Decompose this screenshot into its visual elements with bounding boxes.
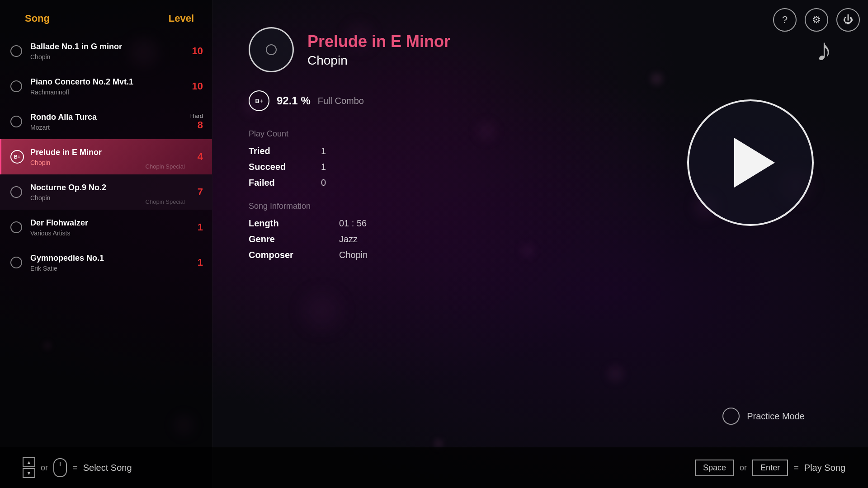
song-special-nocturne: Chopin Special (146, 198, 185, 205)
play-song-label: Play Song (804, 463, 845, 473)
arrow-up-icon: ▲ (23, 457, 35, 467)
mouse-icon (53, 458, 67, 477)
practice-label: Practice Mode (747, 411, 805, 422)
succeed-value: 1 (321, 162, 326, 172)
practice-mode[interactable]: Practice Mode (722, 408, 805, 425)
song-artist-ballade: Chopin (30, 53, 189, 61)
song-item-flohwalzer[interactable]: Der Flohwalzer Various Artists 1 (0, 210, 212, 245)
song-info-rondo: Rondo Alla Turca Mozart (30, 112, 189, 131)
col-song-header: Song (25, 13, 50, 24)
song-info-flohwalzer: Der Flohwalzer Various Artists (30, 218, 189, 236)
song-title-ballade: Ballade No.1 in G minor (30, 42, 189, 52)
col-level-header: Level (169, 13, 194, 24)
song-item-gymnopedies[interactable]: Gymnopedies No.1 Erik Satie 1 (0, 245, 212, 280)
composer-value: Chopin (339, 250, 368, 260)
radio-rondo (10, 116, 22, 127)
succeed-label: Succeed (249, 162, 321, 172)
info-composer: Composer Chopin (249, 250, 832, 260)
info-genre: Genre Jazz (249, 234, 832, 244)
radio-piano-concerto (10, 80, 22, 92)
song-title-prelude: Prelude in E Minor (30, 147, 189, 158)
song-info-piano-concerto: Piano Concerto No.2 Mvt.1 Rachmaninoff (30, 77, 189, 95)
song-special-prelude: Chopin Special (146, 163, 185, 170)
arrow-down-icon: ▼ (23, 468, 35, 478)
song-info-ballade: Ballade No.1 in G minor Chopin (30, 42, 189, 60)
song-header: Prelude in E Minor Chopin ♪ (249, 27, 832, 72)
play-button[interactable] (687, 99, 814, 226)
selected-song-artist: Chopin (307, 53, 450, 68)
song-title-piano-concerto: Piano Concerto No.2 Mvt.1 (30, 77, 189, 87)
song-title-flohwalzer: Der Flohwalzer (30, 218, 189, 228)
song-item-ballade[interactable]: Ballade No.1 in G minor Chopin 10 (0, 33, 212, 69)
selected-song-title-block: Prelude in E Minor Chopin (307, 32, 450, 67)
song-level-rondo: Hard 8 (189, 113, 203, 131)
genre-label: Genre (249, 234, 339, 244)
song-level-flohwalzer: 1 (189, 221, 203, 233)
song-title-rondo: Rondo Alla Turca (30, 112, 189, 122)
music-note-icon: ♪ (816, 34, 832, 66)
select-song-label: Select Song (83, 463, 132, 473)
song-artist-gymnopedies: Erik Satie (30, 265, 189, 272)
song-artist-flohwalzer: Various Artists (30, 230, 189, 237)
or-text-2: or (740, 463, 747, 473)
failed-value: 0 (321, 178, 326, 188)
song-info-gymnopedies: Gymnopedies No.1 Erik Satie (30, 253, 189, 272)
tried-value: 1 (321, 146, 326, 156)
genre-value: Jazz (339, 234, 358, 244)
song-item-rondo[interactable]: Rondo Alla Turca Mozart Hard 8 (0, 104, 212, 139)
or-text-1: or (41, 463, 48, 473)
song-title-gymnopedies: Gymnopedies No.1 (30, 253, 189, 263)
arrow-keys-icon: ▲ ▼ (23, 457, 35, 478)
song-item-prelude[interactable]: B+ Prelude in E Minor Chopin Chopin Spec… (0, 139, 212, 174)
song-level-num-rondo: 8 (198, 119, 203, 131)
score-badge: B+ (249, 90, 269, 111)
equals-sign-2: = (793, 463, 799, 473)
song-title-nocturne: Nocturne Op.9 No.2 (30, 183, 189, 193)
failed-label: Failed (249, 178, 321, 188)
song-item-nocturne[interactable]: Nocturne Op.9 No.2 Chopin Chopin Special… (0, 174, 212, 210)
song-level-label-rondo: Hard (190, 113, 203, 119)
practice-circle-icon (722, 408, 740, 425)
composer-label: Composer (249, 250, 339, 260)
bottom-right: Space or Enter = Play Song (695, 460, 845, 476)
song-artist-rondo: Mozart (30, 124, 189, 131)
song-level-gymnopedies: 1 (189, 257, 203, 268)
radio-gymnopedies (10, 257, 22, 268)
song-list-header: Song Level (0, 0, 212, 33)
length-value: 01 : 56 (339, 218, 367, 229)
bottom-bar: ▲ ▼ or = Select Song Space or Enter = Pl… (0, 447, 868, 488)
song-level-prelude: 4 (189, 151, 203, 163)
song-level-nocturne: 7 (189, 186, 203, 198)
radio-flohwalzer (10, 221, 22, 233)
score-percent: 92.1 % (277, 94, 311, 107)
song-level-ballade: 10 (189, 45, 203, 57)
song-item-piano-concerto[interactable]: Piano Concerto No.2 Mvt.1 Rachmaninoff 1… (0, 69, 212, 104)
score-combo: Full Combo (318, 96, 364, 106)
radio-ballade (10, 45, 22, 57)
album-art (249, 27, 294, 72)
enter-key[interactable]: Enter (752, 460, 788, 476)
selected-song-title: Prelude in E Minor (307, 32, 450, 51)
play-triangle-icon (734, 138, 775, 188)
play-button-container (687, 99, 814, 226)
tried-label: Tried (249, 146, 321, 156)
radio-nocturne (10, 186, 22, 198)
space-key[interactable]: Space (695, 460, 734, 476)
song-list-panel: Song Level Ballade No.1 in G minor Chopi… (0, 0, 212, 488)
badge-prelude: B+ (10, 150, 24, 164)
length-label: Length (249, 218, 339, 229)
song-artist-piano-concerto: Rachmaninoff (30, 89, 189, 96)
song-level-piano-concerto: 10 (189, 80, 203, 92)
bottom-left: ▲ ▼ or = Select Song (23, 457, 132, 478)
equals-sign-1: = (72, 463, 78, 473)
